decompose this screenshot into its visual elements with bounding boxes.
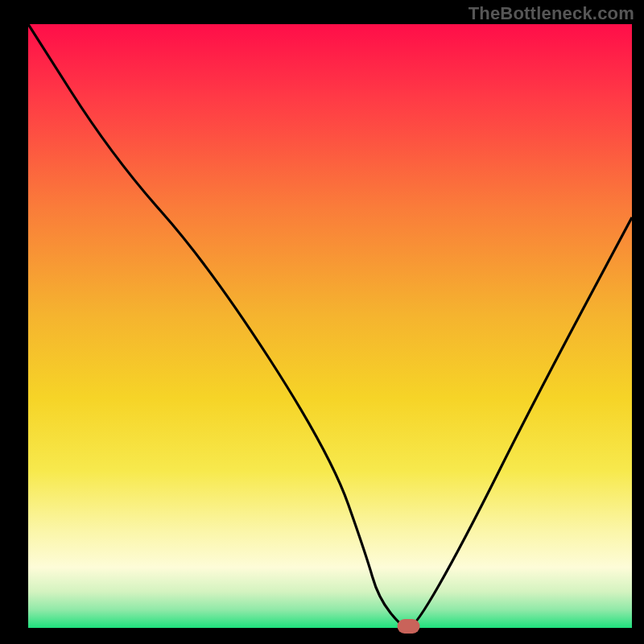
optimal-marker [398, 619, 420, 634]
chart-frame: { "watermark": "TheBottleneck.com", "cha… [0, 0, 644, 644]
gradient-background [28, 24, 632, 628]
bottleneck-chart [0, 0, 644, 644]
watermark-text: TheBottleneck.com [469, 3, 634, 24]
